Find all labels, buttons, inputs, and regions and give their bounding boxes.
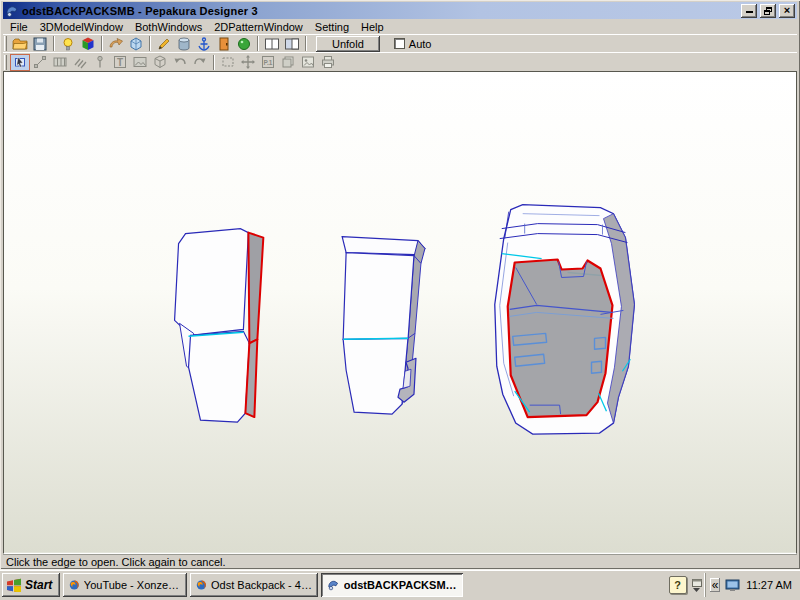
- save-button[interactable]: [30, 35, 50, 52]
- open-panel-icon: [216, 36, 232, 52]
- redo-button[interactable]: [190, 54, 210, 71]
- menu-setting[interactable]: Setting: [309, 20, 355, 34]
- toolbar-separator: [149, 36, 151, 51]
- print-button[interactable]: [318, 54, 338, 71]
- pin-icon: [92, 54, 108, 70]
- select-area-icon: [220, 54, 236, 70]
- window-title: odstBACKPACKSMB - Pepakura Designer 3: [22, 5, 738, 17]
- edit-pen-button[interactable]: [154, 35, 174, 52]
- box-button[interactable]: [150, 54, 170, 71]
- film-icon: [52, 54, 68, 70]
- move-parts-button[interactable]: [238, 54, 258, 71]
- toolbar-grip[interactable]: [4, 36, 7, 51]
- svg-text:P.1: P.1: [264, 59, 273, 66]
- model-part-middle[interactable]: [342, 236, 425, 414]
- main-toolbar: Unfold Auto: [3, 34, 797, 52]
- film-button[interactable]: [50, 54, 70, 71]
- edit-toolbar: T: [3, 52, 797, 70]
- task-button-pepakura[interactable]: odstBACKPACKSMB - ...: [321, 573, 463, 597]
- select-edge-icon: [12, 54, 28, 70]
- divide-edge-button[interactable]: [30, 54, 50, 71]
- text-icon: T: [112, 54, 128, 70]
- toolbar-separator: [101, 36, 103, 51]
- windows-logo-icon: [6, 578, 22, 592]
- close-icon: ×: [784, 5, 790, 16]
- status-bar: Click the edge to open. Click again to c…: [3, 554, 797, 570]
- clock: 11:27 AM: [746, 579, 792, 591]
- divide-edge-icon: [32, 54, 48, 70]
- display-icon[interactable]: [725, 579, 741, 592]
- pages-icon: [280, 54, 296, 70]
- open-panel-button[interactable]: [214, 35, 234, 52]
- start-button[interactable]: Start: [2, 573, 60, 597]
- light-button[interactable]: [58, 35, 78, 52]
- start-label: Start: [25, 578, 52, 592]
- orbit-box-icon: [128, 36, 144, 52]
- model-part-right[interactable]: [495, 204, 635, 433]
- pages-button[interactable]: [278, 54, 298, 71]
- task-button-odst-backpack[interactable]: Odst Backpack - 405th M...: [190, 573, 318, 597]
- rotate-view-button[interactable]: [106, 35, 126, 52]
- pepakura-window: odstBACKPACKSMB - Pepakura Designer 3 × …: [0, 0, 800, 569]
- light-icon: [60, 36, 76, 52]
- image-button[interactable]: [130, 54, 150, 71]
- toolbar-separator: [53, 36, 55, 51]
- image-icon: [132, 54, 148, 70]
- window-arrow-icon[interactable]: [692, 579, 702, 592]
- hide-icons-chevron[interactable]: «: [710, 578, 721, 592]
- pattern-window-button[interactable]: [282, 35, 302, 52]
- task-button-youtube[interactable]: YouTube - Xonzep's Cha...: [63, 573, 187, 597]
- restore-icon: [764, 7, 772, 15]
- select-edge-button[interactable]: [10, 54, 30, 71]
- rotate-view-icon: [108, 36, 124, 52]
- both-windows-icon: [264, 36, 280, 52]
- texture-cube-button[interactable]: [78, 35, 98, 52]
- text-button[interactable]: T: [110, 54, 130, 71]
- pin-button[interactable]: [90, 54, 110, 71]
- cylinder-button[interactable]: [174, 35, 194, 52]
- 3d-model-canvas[interactable]: [4, 72, 796, 553]
- task-label: odstBACKPACKSMB - ...: [344, 579, 458, 591]
- task-label: YouTube - Xonzep's Cha...: [84, 579, 182, 591]
- firefox-icon: [196, 578, 207, 592]
- close-button[interactable]: ×: [779, 4, 795, 18]
- menu-help[interactable]: Help: [355, 20, 390, 34]
- toolbar-separator: [213, 55, 215, 70]
- material-sphere-button[interactable]: [234, 35, 254, 52]
- select-area-button[interactable]: [218, 54, 238, 71]
- open-folder-icon: [12, 36, 28, 52]
- export-image-button[interactable]: [298, 54, 318, 71]
- menu-bar: File 3DModelWindow BothWindows 2DPattern…: [3, 19, 797, 34]
- menu-bothwindows[interactable]: BothWindows: [129, 20, 208, 34]
- pattern-window-icon: [284, 36, 300, 52]
- menu-3dmodelwindow[interactable]: 3DModelWindow: [34, 20, 129, 34]
- toolbar-grip[interactable]: [4, 55, 7, 70]
- both-windows-button[interactable]: [262, 35, 282, 52]
- minimize-button[interactable]: [741, 4, 757, 18]
- auto-checkbox-label: Auto: [409, 38, 432, 50]
- save-icon: [32, 36, 48, 52]
- titlebar[interactable]: odstBACKPACKSMB - Pepakura Designer 3 ×: [3, 2, 797, 19]
- app-icon: [5, 4, 19, 18]
- page-number-button[interactable]: P.1: [258, 54, 278, 71]
- unfold-button[interactable]: Unfold: [316, 36, 380, 52]
- 3d-viewport[interactable]: [3, 71, 797, 554]
- notification-icons: ?: [669, 576, 702, 594]
- system-tray: « 11:27 AM: [705, 573, 798, 597]
- toolbar-separator: [305, 36, 307, 51]
- auto-checkbox[interactable]: [394, 38, 405, 49]
- svg-text:T: T: [117, 57, 123, 68]
- anchor-button[interactable]: [194, 35, 214, 52]
- menu-file[interactable]: File: [4, 20, 34, 34]
- orbit-box-button[interactable]: [126, 35, 146, 52]
- open-folder-button[interactable]: [10, 35, 30, 52]
- anchor-icon: [196, 36, 212, 52]
- sketch-button[interactable]: [70, 54, 90, 71]
- restore-button[interactable]: [760, 4, 776, 18]
- undo-button[interactable]: [170, 54, 190, 71]
- undo-icon: [172, 54, 188, 70]
- cylinder-icon: [176, 36, 192, 52]
- help-icon[interactable]: ?: [669, 576, 687, 594]
- box-icon: [152, 54, 168, 70]
- menu-2dpatternwindow[interactable]: 2DPatternWindow: [208, 20, 309, 34]
